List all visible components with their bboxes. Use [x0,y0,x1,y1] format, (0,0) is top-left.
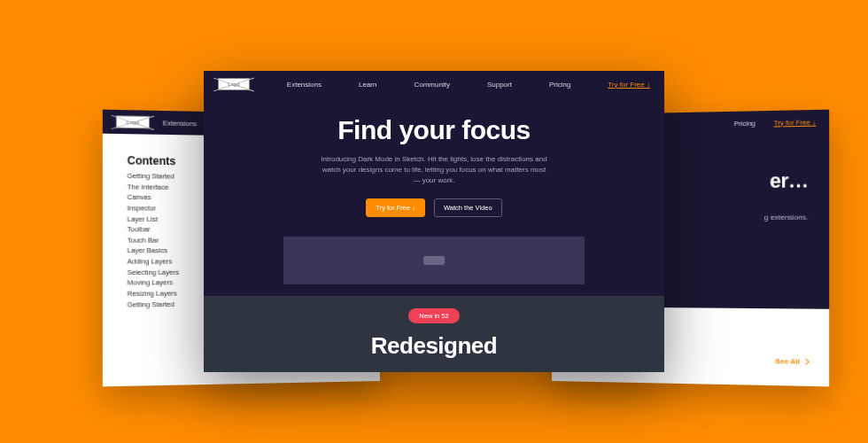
screenshot-placeholder [283,237,585,284]
see-all-link[interactable]: See All [775,357,808,366]
logo-placeholder[interactable]: Logo [218,78,250,90]
image-placeholder-icon [423,256,445,265]
nav-link-learn[interactable]: Learn [359,81,376,89]
try-free-button[interactable]: Try for Free ↓ [366,198,425,217]
version-badge: New in 52 [408,308,459,323]
nav-bar: Logo Extensions Learn Community Support … [204,71,664,97]
nav-cta-try-free[interactable]: Try for Free ↓ [774,118,816,127]
hero-heading: Find your focus [204,115,664,145]
hero-section: Find your focus Introducing Dark Mode in… [204,97,664,284]
feature-band: New in 52 Redesigned [204,296,664,372]
mock-card-homepage: Logo Extensions Learn Community Support … [204,71,664,372]
nav-cta-try-free[interactable]: Try for Free ↓ [608,81,650,89]
nav-link-pricing[interactable]: Pricing [734,119,756,128]
nav-link-support[interactable]: Support [487,81,512,89]
nav-link-extensions[interactable]: Extensions [287,81,322,89]
hero-body: Introducing Dark Mode in Sketch. Hit the… [319,154,549,186]
nav-link-pricing[interactable]: Pricing [549,81,570,89]
watch-video-button[interactable]: Watch the Video [434,198,502,217]
nav-link-extensions[interactable]: Extensions [163,119,197,128]
chevron-right-icon [802,359,810,365]
logo-placeholder[interactable]: Logo [116,115,150,128]
nav-link-community[interactable]: Community [414,81,449,89]
band-heading: Redesigned [204,332,664,360]
